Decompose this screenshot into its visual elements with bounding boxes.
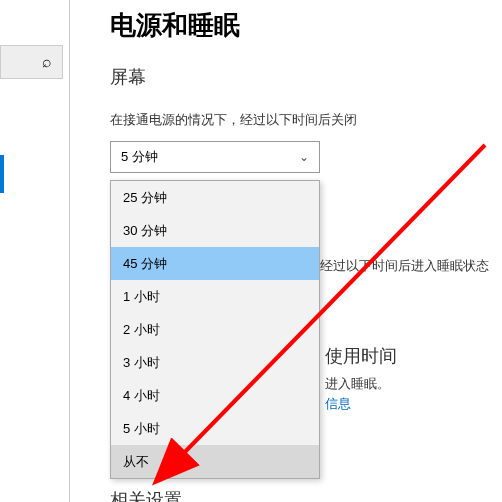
sidebar: ⌕: [0, 0, 70, 502]
dropdown-item[interactable]: 2 小时: [111, 313, 319, 346]
usage-time-title: 使用时间: [325, 344, 397, 368]
dropdown-selected-value: 5 分钟: [121, 148, 158, 166]
related-settings-title: 相关设置: [110, 488, 182, 502]
info-link[interactable]: 信息: [325, 395, 351, 413]
search-icon: ⌕: [42, 53, 52, 71]
dropdown-item[interactable]: 1 小时: [111, 280, 319, 313]
screen-section-title: 屏幕: [110, 65, 502, 89]
page-title: 电源和睡眠: [110, 8, 502, 43]
main-content: 电源和睡眠 屏幕 在接通电源的情况下，经过以下时间后关闭 5 分钟 ⌄: [110, 0, 502, 173]
chevron-down-icon: ⌄: [299, 150, 309, 164]
sleep-label-partial: 经过以下时间后进入睡眠状态: [320, 257, 489, 275]
dropdown-item[interactable]: 5 小时: [111, 412, 319, 445]
dropdown-item[interactable]: 30 分钟: [111, 214, 319, 247]
search-input[interactable]: ⌕: [0, 45, 63, 79]
screen-off-label: 在接通电源的情况下，经过以下时间后关闭: [110, 111, 502, 129]
dropdown-item[interactable]: 25 分钟: [111, 181, 319, 214]
sidebar-selection-indicator: [0, 155, 4, 193]
screen-timeout-dropdown[interactable]: 5 分钟 ⌄: [110, 141, 320, 173]
dropdown-item[interactable]: 3 小时: [111, 346, 319, 379]
dropdown-item[interactable]: 45 分钟: [111, 247, 319, 280]
dropdown-item[interactable]: 4 小时: [111, 379, 319, 412]
dropdown-item[interactable]: 从不: [111, 445, 319, 478]
usage-time-text: 进入睡眠。: [325, 375, 390, 393]
dropdown-list: 25 分钟30 分钟45 分钟1 小时2 小时3 小时4 小时5 小时从不: [110, 180, 320, 479]
